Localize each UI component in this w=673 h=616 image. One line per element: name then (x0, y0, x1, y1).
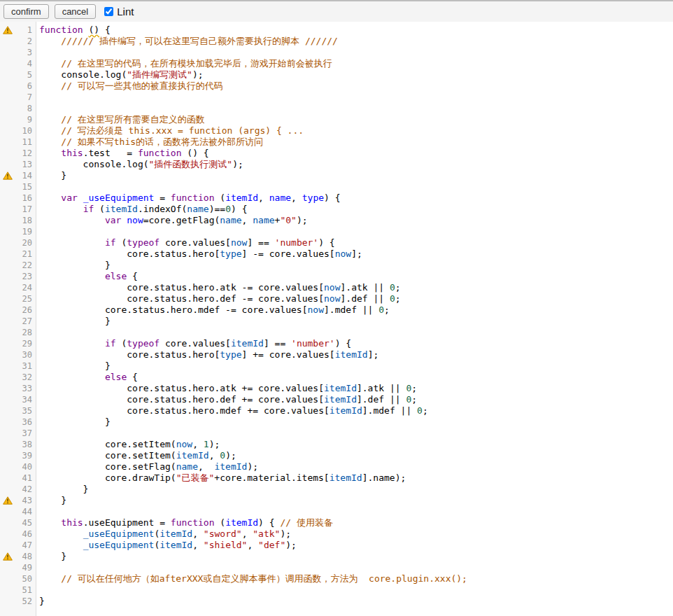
gutter-marker (0, 227, 15, 237)
gutter-row: 46 (0, 528, 36, 540)
line-number: 33 (15, 383, 36, 394)
code-line[interactable]: core.status.hero[type] += core.values[it… (39, 349, 467, 360)
gutter-marker (0, 294, 15, 304)
code-line[interactable]: // 在这里写所有需要自定义的函数 (39, 114, 467, 125)
code-line[interactable]: // 可以在任何地方（如afterXXX或自定义脚本事件）调用函数，方法为 co… (39, 573, 467, 584)
code-line[interactable]: // 在这里写的代码，在所有模块加载完毕后，游戏开始前会被执行 (39, 58, 467, 69)
gutter-row: 2 (0, 36, 36, 47)
code-line[interactable]: this.useEquipment = function (itemId) { … (39, 517, 467, 528)
code-line[interactable]: console.log("插件函数执行测试"); (39, 159, 467, 170)
code-line[interactable] (39, 47, 467, 58)
gutter-marker (0, 182, 15, 192)
code-line[interactable] (39, 562, 467, 573)
line-number: 15 (15, 181, 36, 192)
code-line[interactable]: core.status.hero.def -= core.values[now]… (39, 293, 467, 304)
line-number: 44 (15, 506, 36, 517)
gutter-row: 26 (0, 304, 36, 316)
code-line[interactable]: _useEquipment(itemId, "sword", "atk"); (39, 528, 467, 540)
gutter-marker (0, 137, 15, 147)
gutter-marker (0, 148, 15, 158)
gutter-marker (0, 350, 15, 360)
line-number: 42 (15, 484, 36, 495)
line-number: 51 (15, 584, 36, 596)
code-line[interactable]: } (39, 360, 467, 372)
code-editor[interactable]: 1234567891011121314151617181920212223242… (0, 22, 673, 616)
code-line[interactable]: _useEquipment(itemId, "shield", "def"); (39, 540, 467, 551)
code-line[interactable]: } (39, 596, 467, 607)
line-number: 22 (15, 260, 36, 271)
code-line[interactable]: // 可以写一些其他的被直接执行的代码 (39, 80, 467, 92)
code-line[interactable]: this.test = function () { (39, 148, 467, 159)
code-line[interactable]: core.status.hero.mdef -= core.values[now… (39, 304, 467, 316)
code-line[interactable] (39, 327, 467, 338)
line-number: 37 (15, 428, 36, 439)
lint-warning-icon[interactable] (0, 496, 15, 505)
code-line[interactable] (39, 584, 467, 596)
gutter-row: 24 (0, 282, 36, 293)
code-line[interactable]: core.status.hero.atk += core.values[item… (39, 383, 467, 394)
code-line[interactable]: } (39, 260, 467, 271)
gutter-row: 3 (0, 47, 36, 58)
code-line[interactable] (39, 92, 467, 103)
gutter-marker (0, 204, 15, 214)
code-line[interactable]: } (39, 551, 467, 562)
line-number: 6 (15, 80, 36, 92)
gutter-row: 40 (0, 461, 36, 472)
code-line[interactable]: console.log("插件编写测试"); (39, 69, 467, 80)
line-number: 12 (15, 148, 36, 159)
code-line[interactable] (39, 181, 467, 192)
code-line[interactable]: } (39, 170, 467, 181)
code-line[interactable]: ////// 插件编写，可以在这里写自己额外需要执行的脚本 ////// (39, 36, 467, 47)
gutter-row: 15 (0, 181, 36, 192)
gutter-marker (0, 361, 15, 371)
code-line[interactable]: var _useEquipment = function (itemId, na… (39, 192, 467, 204)
lint-warning-icon[interactable] (0, 552, 15, 561)
gutter-row: 42 (0, 484, 36, 495)
lint-warning-icon[interactable] (0, 25, 15, 35)
code-line[interactable]: core.status.hero.mdef += core.values[ite… (39, 405, 467, 416)
gutter-marker (0, 462, 15, 472)
gutter-marker (0, 328, 15, 337)
code-line[interactable]: else { (39, 372, 467, 383)
code-line[interactable]: if (typeof core.values[now] == 'number')… (39, 237, 467, 248)
line-number: 27 (15, 316, 36, 327)
confirm-button[interactable]: confirm (3, 4, 49, 19)
gutter-marker (0, 238, 15, 248)
code-line[interactable]: } (39, 316, 467, 327)
code-line[interactable]: core.status.hero.atk -= core.values[now]… (39, 282, 467, 293)
cancel-button[interactable]: cancel (55, 4, 97, 19)
code-line[interactable]: core.setItem(itemId, 0); (39, 450, 467, 461)
code-line[interactable]: var now=core.getFlag(name, name+"0"); (39, 215, 467, 226)
code-line[interactable]: if (itemId.indexOf(name)==0) { (39, 204, 467, 215)
code-line[interactable]: // 写法必须是 this.xxx = function (args) { ..… (39, 125, 467, 136)
line-number: 47 (15, 540, 36, 551)
code-line[interactable]: } (39, 416, 467, 428)
gutter-marker (0, 372, 15, 382)
code-line[interactable]: if (typeof core.values[itemId] == 'numbe… (39, 338, 467, 349)
line-number: 28 (15, 327, 36, 338)
line-number: 24 (15, 282, 36, 293)
code-line[interactable] (39, 103, 467, 114)
code-line[interactable]: } (39, 484, 467, 495)
line-number: 50 (15, 573, 36, 584)
gutter-marker (0, 440, 15, 449)
lint-warning-icon[interactable] (0, 171, 15, 181)
lint-checkbox[interactable] (104, 7, 113, 16)
code-line[interactable] (39, 428, 467, 439)
code-line[interactable]: core.drawTip("已装备"+core.material.items[i… (39, 472, 467, 484)
line-number: 20 (15, 237, 36, 248)
code-line[interactable] (39, 226, 467, 237)
code-line[interactable] (39, 506, 467, 517)
code-line[interactable]: core.setItem(now, 1); (39, 439, 467, 450)
gutter-marker (0, 249, 15, 259)
code-line[interactable]: // 如果不写this的话，函数将无法被外部所访问 (39, 136, 467, 148)
code-line[interactable]: else { (39, 271, 467, 282)
code-line[interactable]: core.status.hero.def += core.values[item… (39, 394, 467, 405)
code-line[interactable]: core.status.hero[type] -= core.values[no… (39, 248, 467, 260)
line-number: 9 (15, 114, 36, 125)
code-line[interactable]: core.setFlag(name, itemId); (39, 461, 467, 472)
editor-code-area[interactable]: function () { ////// 插件编写，可以在这里写自己额外需要执行… (36, 22, 467, 616)
code-line[interactable]: function () { (39, 24, 467, 36)
gutter-marker (0, 316, 15, 326)
code-line[interactable]: } (39, 495, 467, 506)
